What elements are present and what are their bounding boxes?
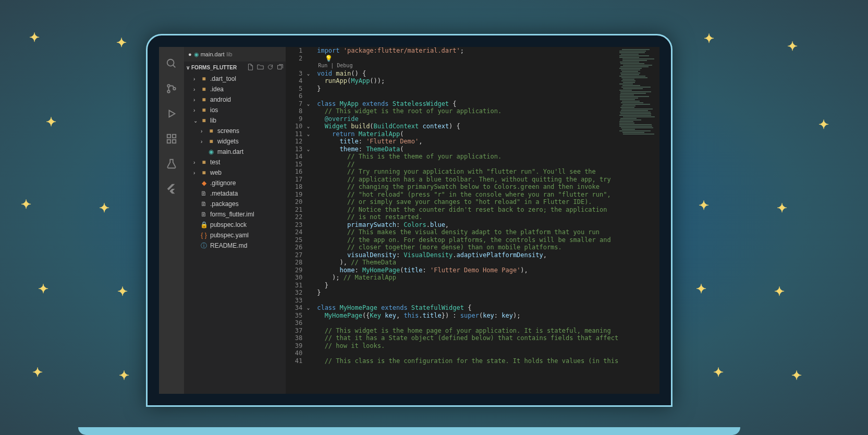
code-line[interactable]: [317, 297, 618, 305]
folder-web[interactable]: ›■web: [184, 167, 286, 178]
code-line[interactable]: // how it looks.: [317, 342, 618, 350]
file-main-dart[interactable]: ◉main.dart: [184, 147, 286, 157]
folder-lib[interactable]: ⌄■lib: [184, 115, 286, 126]
fold-chevron-icon[interactable]: ⌄: [307, 146, 310, 153]
new-file-icon[interactable]: [247, 64, 254, 71]
code-line[interactable]: title: 'Flutter Demo',: [317, 138, 618, 146]
extensions-icon[interactable]: [159, 126, 184, 151]
folder-screens[interactable]: ›■screens: [184, 126, 286, 136]
explorer-sidebar: ● ◉ main.dart lib ∨ FORMS_FLUTTER ›■.dar…: [184, 47, 286, 394]
flutter-icon[interactable]: [159, 176, 184, 201]
fold-chevron-icon[interactable]: ⌄: [307, 100, 310, 108]
fold-chevron-icon[interactable]: ⌄: [307, 304, 310, 312]
code-line[interactable]: // that it has a State object (defined b…: [317, 334, 618, 342]
fold-chevron-icon[interactable]: ⌄: [307, 123, 310, 130]
code-line[interactable]: }: [317, 85, 618, 93]
line-number: 14: [286, 153, 302, 161]
tree-item-label: README.md: [210, 242, 247, 249]
code-line[interactable]: // This makes the visual density adapt t…: [317, 228, 618, 236]
folder-test[interactable]: ›■test: [184, 157, 286, 167]
code-line[interactable]: // This widget is the root of your appli…: [317, 107, 618, 115]
code-line[interactable]: @override: [317, 115, 618, 123]
code-line[interactable]: // "hot reload" (press "r" in the consol…: [317, 191, 618, 199]
code-line[interactable]: 💡: [317, 55, 618, 63]
file-forms-flutter-iml[interactable]: 🗎forms_flutter.iml: [184, 209, 286, 220]
file--metadata[interactable]: 🗎.metadata: [184, 188, 286, 199]
minimap[interactable]: [618, 47, 659, 394]
tree-item-label: screens: [217, 127, 239, 135]
codelens-run-debug[interactable]: Run | Debug: [317, 62, 618, 70]
file-readme-md[interactable]: ⓘREADME.md: [184, 240, 286, 251]
code-editor[interactable]: 12 3⌄4567⌄8910⌄11⌄1213⌄14151617181920212…: [286, 47, 659, 394]
debug-icon[interactable]: [159, 101, 184, 126]
code-line[interactable]: class MyHomePage extends StatefulWidget …: [317, 304, 618, 312]
code-line[interactable]: class MyApp extends StatelessWidget {: [317, 100, 618, 108]
code-line[interactable]: home: MyHomePage(title: 'Flutter Demo Ho…: [317, 267, 618, 274]
code-line[interactable]: // Try running your application with "fl…: [317, 168, 618, 176]
sparkle-icon: ✦: [787, 39, 798, 54]
explorer-section-header[interactable]: ∨ FORMS_FLUTTER: [184, 62, 286, 73]
file-pubspec-yaml[interactable]: { }pubspec.yaml: [184, 230, 286, 240]
svg-line-1: [173, 65, 176, 68]
testing-icon[interactable]: [159, 151, 184, 176]
code-line[interactable]: runApp(MyApp());: [317, 77, 618, 85]
code-line[interactable]: // This is the theme of your application…: [317, 153, 618, 161]
line-number: 3⌄: [286, 70, 302, 78]
code-line[interactable]: visualDensity: VisualDensity.adaptivePla…: [317, 251, 618, 259]
code-line[interactable]: ), // ThemeData: [317, 259, 618, 267]
code-line[interactable]: //: [317, 161, 618, 168]
markdown-icon: ⓘ: [200, 241, 208, 250]
line-number: 24: [286, 228, 302, 236]
sparkle-icon: ✦: [699, 198, 709, 213]
folder--dart-tool[interactable]: ›■.dart_tool: [184, 74, 286, 84]
refresh-icon[interactable]: [267, 64, 274, 71]
file--packages[interactable]: 🗎.packages: [184, 199, 286, 209]
code-line[interactable]: // the app on. For desktop platforms, th…: [317, 236, 618, 244]
tree-item-label: .idea: [210, 86, 224, 93]
sparkle-icon: ✦: [791, 368, 802, 383]
code-line[interactable]: import 'package:flutter/material.dart';: [317, 47, 618, 55]
code-line[interactable]: void main() {: [317, 70, 618, 78]
code-line[interactable]: [317, 349, 618, 357]
code-line[interactable]: // application has a blue toolbar. Then,…: [317, 176, 618, 184]
code-line[interactable]: // or simply save your changes to "hot r…: [317, 198, 618, 206]
folder-widgets[interactable]: ›■widgets: [184, 136, 286, 147]
folder--idea[interactable]: ›■.idea: [184, 84, 286, 94]
chevron-right-icon: ›: [193, 76, 200, 82]
tree-item-label: .metadata: [210, 190, 238, 197]
code-line[interactable]: }: [317, 289, 618, 297]
code-line[interactable]: [317, 92, 618, 100]
source-control-icon[interactable]: [159, 76, 184, 101]
code-line[interactable]: // This class is the configuration for t…: [317, 357, 618, 365]
code-line[interactable]: theme: ThemeData(: [317, 146, 618, 153]
code-line[interactable]: // closer together (more dense) than on …: [317, 244, 618, 251]
code-line[interactable]: // is not restarted.: [317, 213, 618, 221]
fold-chevron-icon[interactable]: ⌄: [307, 130, 310, 138]
code-line[interactable]: primarySwatch: Colors.blue,: [317, 221, 618, 229]
code-content[interactable]: import 'package:flutter/material.dart'; …: [312, 47, 618, 394]
svg-marker-5: [169, 111, 175, 117]
fold-chevron-icon[interactable]: ⌄: [307, 70, 310, 78]
line-number: 18: [286, 183, 302, 191]
search-icon[interactable]: [159, 51, 184, 76]
collapse-all-icon[interactable]: [277, 64, 284, 71]
folder-icon: ■: [200, 159, 208, 166]
editor-tab[interactable]: ● ◉ main.dart lib: [184, 47, 286, 62]
code-line[interactable]: // changing the primarySwatch below to C…: [317, 183, 618, 191]
code-line[interactable]: [317, 319, 618, 327]
code-line[interactable]: MyHomePage({Key key, this.title}) : supe…: [317, 312, 618, 320]
code-line[interactable]: // Notice that the counter didn't reset …: [317, 206, 618, 214]
tree-item-label: .gitignore: [210, 179, 236, 187]
folder-android[interactable]: ›■android: [184, 94, 286, 105]
folder-ios[interactable]: ›■ios: [184, 105, 286, 115]
new-folder-icon[interactable]: [257, 64, 264, 71]
code-line[interactable]: Widget build(BuildContext context) {: [317, 123, 618, 130]
code-line[interactable]: return MaterialApp(: [317, 130, 618, 138]
file--gitignore[interactable]: ◆.gitignore: [184, 178, 286, 188]
code-line[interactable]: // This widget is the home page of your …: [317, 327, 618, 335]
sparkle-icon: ✦: [38, 282, 48, 296]
code-line[interactable]: ); // MaterialApp: [317, 274, 618, 282]
code-line[interactable]: }: [317, 282, 618, 289]
line-number: 36: [286, 319, 302, 327]
file-pubspec-lock[interactable]: 🔒pubspec.lock: [184, 220, 286, 230]
